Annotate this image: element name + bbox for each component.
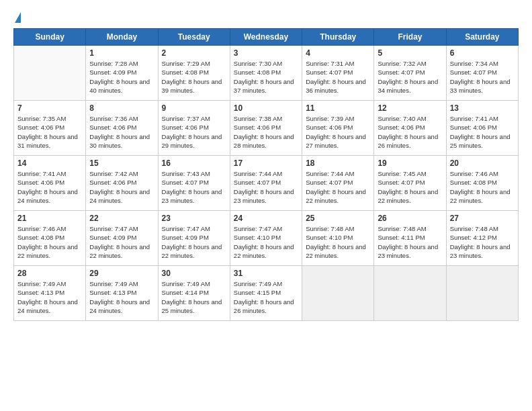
day-cell: 22Sunrise: 7:47 AMSunset: 4:09 PMDayligh… — [86, 211, 158, 266]
day-cell: 21Sunrise: 7:46 AMSunset: 4:08 PMDayligh… — [14, 211, 86, 266]
weekday-saturday: Saturday — [446, 29, 518, 46]
day-number: 15 — [89, 158, 154, 168]
day-number: 10 — [234, 103, 298, 113]
day-cell: 12Sunrise: 7:40 AMSunset: 4:06 PMDayligh… — [374, 101, 446, 156]
day-number: 18 — [306, 158, 370, 168]
day-number: 16 — [162, 158, 226, 168]
day-info: Sunrise: 7:40 AMSunset: 4:06 PMDaylight:… — [378, 114, 442, 150]
day-number: 3 — [234, 48, 298, 58]
day-info: Sunrise: 7:41 AMSunset: 4:06 PMDaylight:… — [450, 114, 515, 150]
day-number: 22 — [89, 214, 154, 223]
week-row-4: 21Sunrise: 7:46 AMSunset: 4:08 PMDayligh… — [14, 211, 519, 266]
day-cell: 23Sunrise: 7:47 AMSunset: 4:09 PMDayligh… — [158, 211, 230, 266]
day-info: Sunrise: 7:37 AMSunset: 4:06 PMDaylight:… — [162, 114, 226, 150]
day-cell: 20Sunrise: 7:46 AMSunset: 4:08 PMDayligh… — [446, 156, 518, 211]
day-number: 26 — [378, 214, 442, 223]
day-info: Sunrise: 7:47 AMSunset: 4:09 PMDaylight:… — [162, 224, 226, 260]
day-info: Sunrise: 7:42 AMSunset: 4:06 PMDaylight:… — [89, 169, 154, 205]
day-info: Sunrise: 7:29 AMSunset: 4:08 PMDaylight:… — [162, 59, 226, 95]
day-info: Sunrise: 7:49 AMSunset: 4:13 PMDaylight:… — [89, 279, 154, 315]
logo — [13, 12, 21, 23]
day-number: 2 — [162, 48, 226, 58]
day-info: Sunrise: 7:31 AMSunset: 4:07 PMDaylight:… — [306, 59, 370, 95]
day-number: 5 — [378, 48, 442, 58]
day-cell: 25Sunrise: 7:48 AMSunset: 4:10 PMDayligh… — [302, 211, 374, 266]
week-row-3: 14Sunrise: 7:41 AMSunset: 4:06 PMDayligh… — [14, 156, 519, 211]
day-info: Sunrise: 7:34 AMSunset: 4:07 PMDaylight:… — [450, 59, 515, 95]
day-cell: 5Sunrise: 7:32 AMSunset: 4:07 PMDaylight… — [374, 46, 446, 101]
day-cell: 4Sunrise: 7:31 AMSunset: 4:07 PMDaylight… — [302, 46, 374, 101]
day-number: 20 — [450, 158, 515, 168]
day-number: 28 — [17, 269, 82, 278]
day-number: 17 — [234, 158, 298, 168]
day-cell — [302, 266, 374, 321]
weekday-wednesday: Wednesday — [230, 29, 302, 46]
day-info: Sunrise: 7:48 AMSunset: 4:12 PMDaylight:… — [450, 224, 515, 260]
day-number: 13 — [450, 103, 515, 113]
day-number: 8 — [89, 103, 154, 113]
day-info: Sunrise: 7:39 AMSunset: 4:06 PMDaylight:… — [306, 114, 370, 150]
day-info: Sunrise: 7:49 AMSunset: 4:13 PMDaylight:… — [17, 279, 82, 315]
day-info: Sunrise: 7:43 AMSunset: 4:07 PMDaylight:… — [162, 169, 226, 205]
day-number: 30 — [162, 269, 226, 278]
day-cell — [374, 266, 446, 321]
weekday-header-row: SundayMondayTuesdayWednesdayThursdayFrid… — [14, 29, 519, 46]
day-cell — [14, 46, 86, 101]
day-cell: 19Sunrise: 7:45 AMSunset: 4:07 PMDayligh… — [374, 156, 446, 211]
day-cell: 30Sunrise: 7:49 AMSunset: 4:14 PMDayligh… — [158, 266, 230, 321]
week-row-2: 7Sunrise: 7:35 AMSunset: 4:06 PMDaylight… — [14, 101, 519, 156]
day-cell: 7Sunrise: 7:35 AMSunset: 4:06 PMDaylight… — [14, 101, 86, 156]
logo-triangle-icon — [15, 12, 21, 23]
day-cell: 9Sunrise: 7:37 AMSunset: 4:06 PMDaylight… — [158, 101, 230, 156]
day-info: Sunrise: 7:48 AMSunset: 4:11 PMDaylight:… — [378, 224, 442, 260]
day-number: 14 — [17, 158, 82, 168]
week-row-1: 1Sunrise: 7:28 AMSunset: 4:09 PMDaylight… — [14, 46, 519, 101]
day-cell: 11Sunrise: 7:39 AMSunset: 4:06 PMDayligh… — [302, 101, 374, 156]
day-info: Sunrise: 7:46 AMSunset: 4:08 PMDaylight:… — [17, 224, 82, 260]
day-cell: 29Sunrise: 7:49 AMSunset: 4:13 PMDayligh… — [86, 266, 158, 321]
day-cell: 18Sunrise: 7:44 AMSunset: 4:07 PMDayligh… — [302, 156, 374, 211]
day-info: Sunrise: 7:49 AMSunset: 4:14 PMDaylight:… — [162, 279, 226, 315]
day-info: Sunrise: 7:46 AMSunset: 4:08 PMDaylight:… — [450, 169, 515, 205]
day-cell: 27Sunrise: 7:48 AMSunset: 4:12 PMDayligh… — [446, 211, 518, 266]
day-cell: 1Sunrise: 7:28 AMSunset: 4:09 PMDaylight… — [86, 46, 158, 101]
day-cell: 6Sunrise: 7:34 AMSunset: 4:07 PMDaylight… — [446, 46, 518, 101]
day-number: 12 — [378, 103, 442, 113]
day-cell: 15Sunrise: 7:42 AMSunset: 4:06 PMDayligh… — [86, 156, 158, 211]
week-row-5: 28Sunrise: 7:49 AMSunset: 4:13 PMDayligh… — [14, 266, 519, 321]
day-number: 6 — [450, 48, 515, 58]
weekday-friday: Friday — [374, 29, 446, 46]
day-cell: 10Sunrise: 7:38 AMSunset: 4:06 PMDayligh… — [230, 101, 302, 156]
day-cell: 28Sunrise: 7:49 AMSunset: 4:13 PMDayligh… — [14, 266, 86, 321]
day-cell: 2Sunrise: 7:29 AMSunset: 4:08 PMDaylight… — [158, 46, 230, 101]
day-number: 25 — [306, 214, 370, 223]
day-info: Sunrise: 7:35 AMSunset: 4:06 PMDaylight:… — [17, 114, 82, 150]
weekday-thursday: Thursday — [302, 29, 374, 46]
day-info: Sunrise: 7:44 AMSunset: 4:07 PMDaylight:… — [234, 169, 298, 205]
day-number: 31 — [234, 269, 298, 278]
page: SundayMondayTuesdayWednesdayThursdayFrid… — [0, 0, 532, 411]
day-info: Sunrise: 7:48 AMSunset: 4:10 PMDaylight:… — [306, 224, 370, 260]
day-cell: 16Sunrise: 7:43 AMSunset: 4:07 PMDayligh… — [158, 156, 230, 211]
day-cell: 26Sunrise: 7:48 AMSunset: 4:11 PMDayligh… — [374, 211, 446, 266]
day-info: Sunrise: 7:44 AMSunset: 4:07 PMDaylight:… — [306, 169, 370, 205]
day-cell: 31Sunrise: 7:49 AMSunset: 4:15 PMDayligh… — [230, 266, 302, 321]
day-cell: 8Sunrise: 7:36 AMSunset: 4:06 PMDaylight… — [86, 101, 158, 156]
day-info: Sunrise: 7:49 AMSunset: 4:15 PMDaylight:… — [234, 279, 298, 315]
day-cell: 14Sunrise: 7:41 AMSunset: 4:06 PMDayligh… — [14, 156, 86, 211]
header — [13, 12, 519, 23]
day-number: 1 — [89, 48, 154, 58]
weekday-monday: Monday — [86, 29, 158, 46]
day-number: 4 — [306, 48, 370, 58]
calendar-table: SundayMondayTuesdayWednesdayThursdayFrid… — [13, 28, 519, 321]
day-info: Sunrise: 7:38 AMSunset: 4:06 PMDaylight:… — [234, 114, 298, 150]
day-info: Sunrise: 7:32 AMSunset: 4:07 PMDaylight:… — [378, 59, 442, 95]
day-number: 24 — [234, 214, 298, 223]
day-number: 19 — [378, 158, 442, 168]
day-number: 23 — [162, 214, 226, 223]
day-cell — [446, 266, 518, 321]
day-cell: 13Sunrise: 7:41 AMSunset: 4:06 PMDayligh… — [446, 101, 518, 156]
day-info: Sunrise: 7:45 AMSunset: 4:07 PMDaylight:… — [378, 169, 442, 205]
day-cell: 24Sunrise: 7:47 AMSunset: 4:10 PMDayligh… — [230, 211, 302, 266]
weekday-sunday: Sunday — [14, 29, 86, 46]
